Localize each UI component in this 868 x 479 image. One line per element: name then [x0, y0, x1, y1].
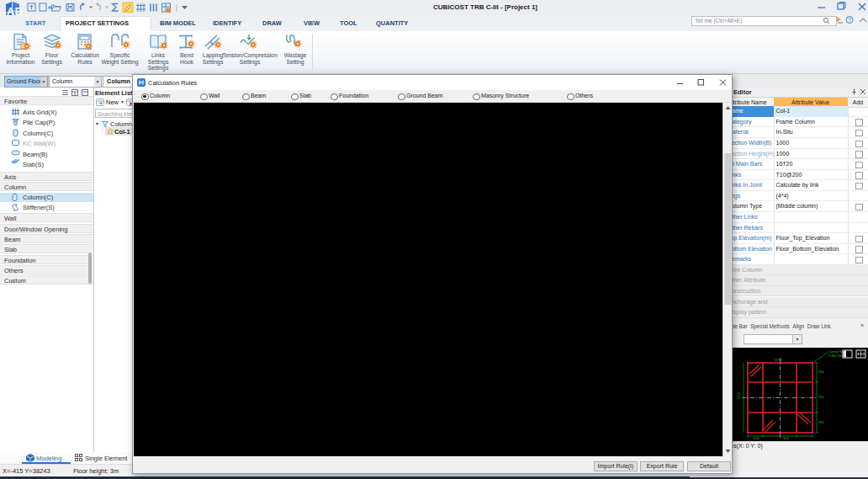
svg-text:900: 900 [818, 420, 824, 424]
svg-text:1650: 1650 [737, 391, 741, 400]
svg-text:900: 900 [818, 370, 824, 374]
svg-text:3250: 3250 [775, 358, 783, 362]
svg-text:T-Bar link: T-Bar link [828, 354, 843, 358]
svg-text:900: 900 [818, 395, 824, 399]
svg-text:500: 500 [754, 436, 760, 440]
svg-text:500: 500 [783, 436, 789, 440]
svg-text:?: ? [848, 17, 851, 23]
